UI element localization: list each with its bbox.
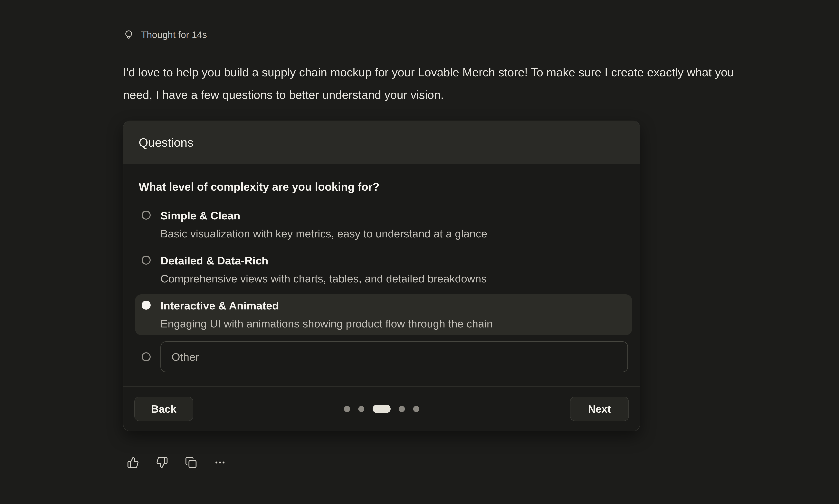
option-label: Detailed & Data-Rich <box>160 254 628 267</box>
radio-checked-icon[interactable] <box>142 301 151 310</box>
chat-message-area: Thought for 14s I'd love to help you bui… <box>0 0 839 504</box>
lightbulb-icon <box>123 30 134 40</box>
questions-card-footer: Back Next <box>123 386 640 431</box>
pagination-dot <box>399 406 405 412</box>
thumbs-down-icon <box>156 456 168 469</box>
questions-card-header: Questions <box>123 121 640 164</box>
pagination-dot <box>413 406 419 412</box>
option-other[interactable] <box>135 341 632 372</box>
more-options-button[interactable] <box>214 456 226 469</box>
option-simple-clean[interactable]: Simple & Clean Basic visualization with … <box>135 204 632 245</box>
option-description: Basic visualization with key metrics, ea… <box>160 227 628 240</box>
thumbs-down-button[interactable] <box>156 456 168 469</box>
option-description: Engaging UI with animations showing prod… <box>160 317 628 330</box>
pagination-dot <box>358 406 364 412</box>
copy-icon <box>185 456 197 469</box>
message-actions <box>127 456 226 469</box>
pagination-dot-active <box>372 405 390 413</box>
option-label: Simple & Clean <box>160 209 628 222</box>
thought-duration-label: Thought for 14s <box>141 29 207 41</box>
questions-card: Questions What level of complexity are y… <box>123 121 640 431</box>
thumbs-up-icon <box>127 456 139 469</box>
more-options-icon <box>214 456 226 469</box>
questions-card-body: What level of complexity are you looking… <box>123 164 640 386</box>
pagination-dots <box>344 405 419 413</box>
radio-unchecked-icon[interactable] <box>142 211 151 220</box>
other-option-input[interactable] <box>160 341 628 372</box>
next-button[interactable]: Next <box>570 397 629 421</box>
option-label: Interactive & Animated <box>160 299 628 312</box>
thought-duration-toggle[interactable]: Thought for 14s <box>123 29 207 41</box>
option-interactive-animated[interactable]: Interactive & Animated Engaging UI with … <box>135 294 632 335</box>
back-button[interactable]: Back <box>134 397 193 421</box>
option-description: Comprehensive views with charts, tables,… <box>160 272 628 285</box>
radio-unchecked-icon[interactable] <box>142 256 151 265</box>
pagination-dot <box>344 406 350 412</box>
copy-button[interactable] <box>185 456 197 469</box>
radio-unchecked-icon[interactable] <box>142 352 151 361</box>
card-title: Questions <box>139 136 193 149</box>
question-title: What level of complexity are you looking… <box>139 180 632 193</box>
assistant-message-text: I'd love to help you build a supply chai… <box>123 61 762 106</box>
option-detailed-data-rich[interactable]: Detailed & Data-Rich Comprehensive views… <box>135 249 632 290</box>
options-list: Simple & Clean Basic visualization with … <box>135 204 632 372</box>
thumbs-up-button[interactable] <box>127 456 139 469</box>
